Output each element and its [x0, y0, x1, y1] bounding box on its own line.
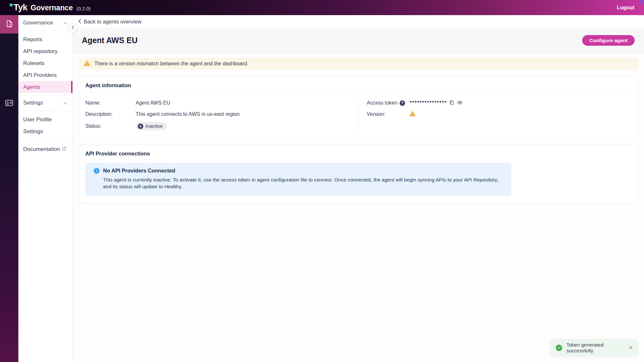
toast-notification: Token generated successfully ✕	[551, 339, 638, 356]
document-shield-icon	[5, 20, 14, 29]
configure-agent-button[interactable]: Configure agent	[582, 35, 635, 46]
logout-button[interactable]: Logout	[617, 5, 634, 11]
top-bar: Tyk Governance (0.2.0) Logout	[0, 0, 644, 15]
back-bar: Back to agents overview	[73, 15, 644, 28]
sidebar-section-settings[interactable]: Settings	[18, 95, 72, 111]
success-check-icon	[556, 345, 562, 351]
tyk-logo: Tyk	[10, 3, 27, 13]
sidebar-section-label: Governance	[23, 20, 53, 26]
warning-triangle-icon	[84, 60, 90, 67]
chevron-up-icon	[63, 20, 67, 26]
chevron-up-icon	[63, 100, 67, 106]
toast-close-button[interactable]: ✕	[629, 345, 633, 350]
documentation-label: Documentation	[23, 146, 60, 153]
copy-token-button[interactable]	[449, 100, 455, 107]
no-providers-heading-row: ! No API Providers Connected	[94, 168, 506, 174]
status-badge-label: Inactive	[146, 123, 163, 129]
status-row: Status: ✕ Inactive	[85, 122, 358, 130]
back-link-label: Back to agents overview	[84, 19, 141, 25]
sidebar-item-agents[interactable]: Agents	[18, 81, 72, 93]
description-value: This agent connects to AWS in us-east re…	[136, 111, 240, 117]
access-token-label: Access token	[367, 100, 397, 106]
sidebar-group-settings: User Profile Settings	[18, 111, 72, 139]
chevron-left-icon	[71, 25, 74, 30]
access-token-row: Access token ? ***************	[367, 99, 631, 107]
version-label: Version:	[367, 111, 410, 117]
app-root: Tyk Governance (0.2.0) Logout	[0, 0, 644, 362]
sidebar-collapse-button[interactable]	[68, 23, 77, 32]
sidebar-item-api-providers[interactable]: API Providers	[18, 69, 72, 81]
version-tag: (0.2.0)	[77, 6, 90, 11]
chevron-left-icon	[78, 19, 81, 25]
sidebar-item-api-repository[interactable]: API repository	[18, 45, 72, 57]
external-link-icon	[62, 146, 66, 153]
copy-icon	[449, 100, 455, 107]
icon-rail	[0, 15, 18, 362]
divider	[18, 139, 72, 140]
description-row: Description: This agent connects to AWS …	[85, 111, 358, 118]
sidebar-item-rulesets[interactable]: Rulesets	[18, 57, 72, 69]
no-providers-info-box: ! No API Providers Connected This agent …	[85, 163, 511, 196]
page-content: There is a version mismatch between the …	[73, 53, 644, 203]
sidebar-section-governance[interactable]: Governance	[18, 15, 72, 31]
sidebar-section-label: Settings	[23, 100, 43, 106]
agent-information-card: Agent information Name: Agent AWS EU Des…	[79, 77, 638, 138]
reveal-token-button[interactable]	[457, 100, 463, 107]
access-token-value-wrap: ***************	[410, 100, 463, 107]
name-row: Name: Agent AWS EU	[85, 99, 358, 107]
description-label: Description:	[85, 111, 136, 117]
help-question-icon[interactable]: ?	[400, 100, 405, 106]
main-area: Back to agents overview Agent AWS EU Con…	[73, 15, 644, 362]
banner-message: There is a version mismatch between the …	[94, 61, 249, 67]
access-token-value: ***************	[410, 100, 447, 106]
agent-information-body: Name: Agent AWS EU Description: This age…	[79, 93, 638, 137]
sidebar: Governance Reports API repository Rulese…	[18, 15, 73, 362]
x-circle-icon: ✕	[138, 124, 143, 129]
sidebar-item-user-profile[interactable]: User Profile	[18, 114, 72, 125]
rail-governance-tile[interactable]	[0, 15, 18, 33]
sidebar-group-governance: Reports API repository Rulesets API Prov…	[18, 31, 72, 95]
rail-profile-tile[interactable]	[0, 100, 18, 107]
version-warning-icon	[410, 111, 415, 117]
no-providers-title: No API Providers Connected	[103, 168, 175, 174]
api-provider-connections-card: API Provider connections ! No API Provid…	[79, 145, 638, 203]
brand-logo: Tyk Governance (0.2.0)	[10, 3, 90, 13]
corner-dot	[640, 1, 643, 3]
id-card-icon	[5, 99, 13, 108]
no-providers-description: This agent is currently inactive. To act…	[103, 177, 506, 190]
agent-info-left-column: Name: Agent AWS EU Description: This age…	[85, 99, 358, 130]
info-circle-icon: !	[94, 168, 99, 174]
name-value: Agent AWS EU	[136, 100, 170, 106]
sidebar-item-settings[interactable]: Settings	[18, 125, 72, 137]
agent-information-title: Agent information	[79, 77, 638, 93]
page-header: Agent AWS EU Configure agent	[73, 28, 644, 53]
tyk-logo-text: Tyk	[14, 3, 27, 12]
page-title: Agent AWS EU	[82, 36, 137, 45]
eye-icon	[457, 100, 463, 107]
sidebar-item-documentation[interactable]: Documentation	[18, 143, 72, 155]
product-name: Governance	[31, 4, 73, 12]
version-row: Version:	[367, 111, 631, 118]
toast-message: Token generated successfully	[566, 342, 629, 354]
tyk-logo-dot-icon	[10, 4, 13, 6]
back-to-agents-link[interactable]: Back to agents overview	[78, 19, 141, 25]
status-badge: ✕ Inactive	[136, 122, 167, 130]
name-label: Name:	[85, 100, 136, 106]
status-label: Status:	[85, 123, 136, 129]
api-provider-connections-title: API Provider connections	[79, 145, 638, 161]
sidebar-item-reports[interactable]: Reports	[18, 33, 72, 45]
agent-info-right-column: Access token ? ***************	[358, 99, 631, 130]
version-mismatch-banner: There is a version mismatch between the …	[79, 58, 638, 70]
access-token-label-wrap: Access token ?	[367, 100, 410, 106]
